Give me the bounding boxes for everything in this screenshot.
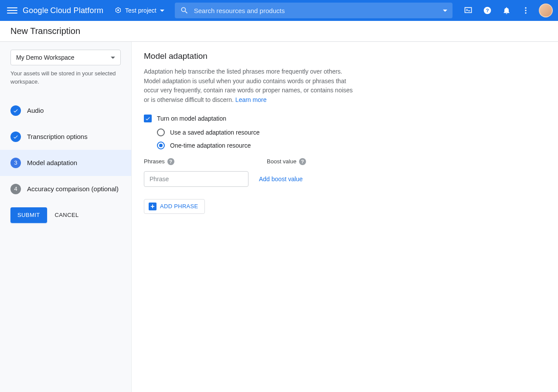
search-input[interactable] [194,7,443,14]
adaptation-source-radio-group: Use a saved adaptation resource One-time… [157,128,546,149]
svg-text:?: ? [486,7,489,13]
radio-label: Use a saved adaptation resource [170,129,259,136]
sidebar: My Demo Workspace Your assets will be st… [0,42,132,392]
workspace-help-text: Your assets will be stored in your selec… [10,70,121,86]
radio-icon [157,128,165,136]
svg-point-4 [525,10,526,11]
chevron-down-icon [160,10,164,12]
submit-button[interactable]: SUBMIT [10,207,47,223]
cancel-button[interactable]: CANCEL [55,212,79,218]
help-icon[interactable]: ? [167,158,174,165]
svg-point-0 [117,9,119,11]
step-label: Model adaptation [27,159,77,166]
add-boost-value-link[interactable]: Add boost value [259,176,303,182]
learn-more-link[interactable]: Learn more [235,96,267,103]
step-accuracy-comparison[interactable]: 4 Accuracy comparison (optional) [0,176,131,202]
check-circle-icon [10,132,21,142]
step-number-icon: 4 [10,184,21,194]
menu-icon[interactable] [7,5,17,16]
help-icon[interactable]: ? [479,2,496,19]
check-circle-icon [10,105,21,116]
cloud-shell-icon[interactable] [459,2,477,19]
notifications-icon[interactable] [498,2,515,19]
turn-on-adaptation-checkbox[interactable] [144,115,152,122]
brand-rest: Cloud Platform [50,6,103,15]
top-header: Google Cloud Platform Test project ? [0,0,558,21]
add-phrase-label: ADD PHRASE [160,203,198,210]
project-picker[interactable]: Test project [111,4,168,17]
phrases-column-header: Phrases ? [144,158,256,165]
step-transcription-options[interactable]: Transcription options [0,124,131,150]
chevron-down-icon[interactable] [443,10,447,12]
section-description: Adaptation help transcribe the listed ph… [144,67,357,105]
workspace-select[interactable]: My Demo Workspace [10,50,121,65]
svg-point-3 [525,7,526,9]
step-label: Transcription options [27,133,88,140]
svg-point-5 [525,12,526,14]
radio-onetime-resource[interactable]: One-time adaptation resource [157,142,546,149]
main-content: Model adaptation Adaptation help transcr… [132,42,558,392]
turn-on-adaptation-label: Turn on model adaptation [157,115,226,122]
project-name: Test project [125,7,157,14]
help-icon[interactable]: ? [299,158,306,165]
step-model-adaptation[interactable]: 3 Model adaptation [0,150,131,176]
step-number-icon: 3 [10,158,21,168]
boost-column-header: Boost value ? [267,158,306,165]
radio-icon [157,142,165,149]
header-icons: ? [459,2,553,19]
radio-saved-resource[interactable]: Use a saved adaptation resource [157,128,546,136]
title-bar: New Transcription [0,21,558,42]
phrase-input[interactable] [144,171,248,187]
page-title: New Transcription [10,26,80,36]
steps-list: Audio Transcription options 3 Model adap… [0,98,131,202]
avatar[interactable] [539,3,553,17]
radio-label: One-time adaptation resource [170,142,251,149]
search-wrap [175,3,453,18]
step-label: Audio [27,107,44,114]
plus-icon: + [149,203,157,210]
phrase-row: Add boost value [144,171,546,187]
section-heading: Model adaptation [144,51,546,61]
add-phrase-button[interactable]: + ADD PHRASE [144,199,205,214]
search-box[interactable] [175,3,453,18]
brand-google: Google [23,6,48,15]
boost-header-text: Boost value [267,158,296,165]
step-audio[interactable]: Audio [0,98,131,124]
more-icon[interactable] [517,2,534,19]
workspace-selected: My Demo Workspace [16,54,75,61]
chevron-down-icon [111,57,115,59]
search-icon [180,6,189,15]
brand-logo[interactable]: Google Cloud Platform [23,6,103,15]
turn-on-adaptation-row: Turn on model adaptation [144,115,546,122]
phrases-header-text: Phrases [144,158,165,165]
step-label: Accuracy comparison (optional) [27,185,119,193]
project-icon [115,7,122,14]
